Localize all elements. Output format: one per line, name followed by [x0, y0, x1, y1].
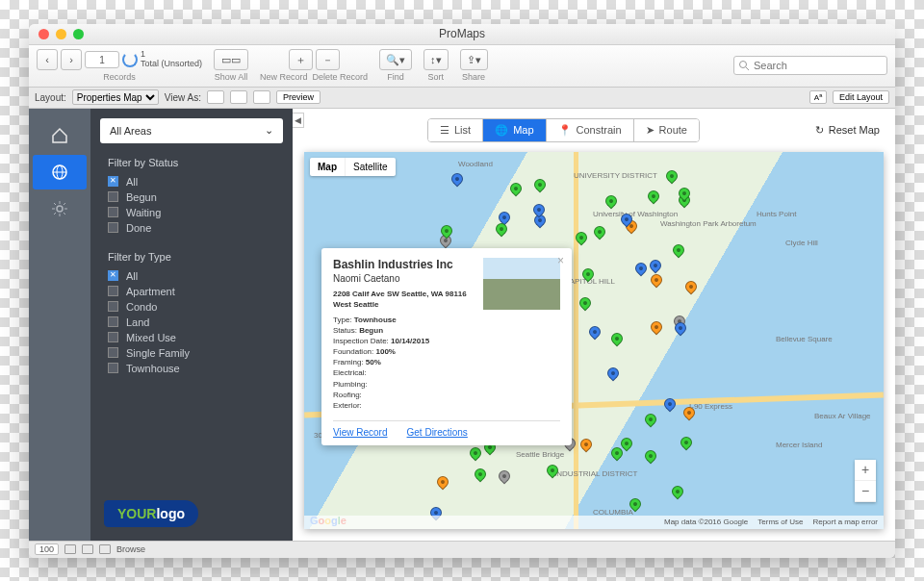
map-pin[interactable] [649, 319, 665, 336]
view-as-list-button[interactable] [230, 90, 247, 104]
map-pin[interactable] [608, 330, 625, 346]
view-as-form-button[interactable] [207, 90, 224, 104]
layout-select[interactable]: Properties Map [72, 89, 159, 105]
area-select[interactable]: All Areas ⌄ [100, 118, 283, 143]
filter-type-townhouse[interactable]: Townhouse [108, 361, 275, 376]
map-pin[interactable] [633, 260, 650, 276]
share-label: Share [462, 72, 485, 82]
map-pin[interactable] [507, 181, 524, 197]
checkbox-icon [108, 316, 118, 327]
share-button[interactable]: ⇪▾ [460, 49, 488, 70]
filter-type-land[interactable]: Land [108, 315, 275, 330]
map-pin[interactable] [586, 324, 603, 341]
sidebar-settings[interactable] [29, 191, 90, 226]
view-list-button[interactable]: ☰List [428, 119, 483, 141]
text-formatting-button[interactable]: Aª [809, 90, 827, 104]
map-pin[interactable] [643, 447, 659, 464]
collapse-sidebar-button[interactable]: ◀ [293, 113, 304, 128]
reset-map-button[interactable]: ↻Reset Map [815, 124, 880, 137]
filter-type-single-family[interactable]: Single Family [108, 345, 275, 361]
filter-status-done[interactable]: Done [108, 220, 275, 236]
map-pin[interactable] [530, 201, 547, 217]
map-pin[interactable] [578, 295, 594, 312]
view-route-button[interactable]: ➤Route [634, 119, 699, 141]
filter-type-mixed-use[interactable]: Mixed Use [108, 330, 275, 345]
map-pin[interactable] [643, 412, 659, 428]
map-label: Mercer Island [776, 441, 822, 449]
next-record-button[interactable]: › [61, 49, 82, 70]
status-icon-3[interactable] [99, 544, 111, 554]
map-pin[interactable] [664, 167, 680, 184]
filter-type-apartment[interactable]: Apartment [108, 284, 275, 299]
sidebar-map[interactable] [33, 155, 87, 189]
prev-record-button[interactable]: ‹ [37, 49, 58, 70]
map-pin[interactable] [467, 445, 483, 462]
sidebar-home[interactable] [29, 118, 90, 153]
map-pin[interactable] [449, 171, 465, 188]
filter-label: Done [126, 222, 151, 234]
map-pin[interactable] [683, 279, 700, 295]
svg-point-0 [740, 62, 747, 68]
map-pin[interactable] [649, 271, 665, 288]
preview-button[interactable]: Preview [276, 90, 321, 104]
map-pin[interactable] [435, 474, 451, 491]
filter-status-waiting[interactable]: Waiting [108, 205, 275, 220]
view-map-button[interactable]: 🌐Map [483, 119, 546, 141]
map-pin[interactable] [645, 189, 661, 205]
view-record-link[interactable]: View Record [333, 427, 388, 438]
search-icon [738, 60, 750, 71]
map-pin[interactable] [648, 257, 664, 273]
map-pin[interactable] [671, 242, 687, 259]
map-attrib-terms[interactable]: Terms of Use [757, 518, 803, 526]
view-as-table-button[interactable] [253, 90, 270, 104]
view-list-label: List [454, 124, 471, 136]
record-counter[interactable]: 1 [85, 51, 119, 68]
show-all-button[interactable]: ▭▭ [214, 49, 248, 70]
status-icon-1[interactable] [64, 544, 76, 554]
sort-label: Sort [428, 72, 445, 82]
icon-sidebar [29, 109, 90, 541]
find-label: Find [387, 72, 404, 82]
zoom-in-button[interactable]: + [855, 460, 876, 481]
chevron-down-icon: ⌄ [265, 124, 273, 137]
filter-status-all[interactable]: All [108, 174, 275, 189]
map-pin[interactable] [669, 483, 685, 499]
info-status-value: Begun [359, 326, 383, 335]
sort-button[interactable]: ↕▾ [424, 49, 449, 70]
search-input[interactable] [733, 56, 887, 75]
checkbox-icon [108, 207, 118, 217]
map-type-map[interactable]: Map [310, 158, 346, 176]
get-directions-link[interactable]: Get Directions [407, 427, 468, 438]
map-attrib-report[interactable]: Report a map error [812, 518, 878, 526]
checkbox-icon [108, 363, 118, 373]
map-pin[interactable] [679, 435, 695, 451]
zoom-out-button[interactable]: − [855, 481, 876, 502]
status-icon-2[interactable] [82, 544, 93, 554]
filter-type-condo[interactable]: Condo [108, 299, 275, 315]
map-type-satellite[interactable]: Satellite [346, 158, 396, 176]
info-ext-label: Exterior: [333, 400, 560, 411]
map-pin[interactable] [591, 223, 607, 240]
map-label: Bellevue Square [776, 335, 833, 343]
map-pin[interactable] [603, 192, 620, 209]
zoom-value[interactable]: 100 [35, 543, 59, 555]
edit-layout-button[interactable]: Edit Layout [833, 90, 889, 104]
view-constrain-button[interactable]: 📍Constrain [547, 119, 634, 141]
checkbox-icon [108, 222, 118, 233]
map-pin[interactable] [497, 468, 513, 485]
delete-record-button[interactable]: － [316, 49, 340, 70]
filter-type-all[interactable]: All [108, 268, 275, 284]
info-type-label: Type: [333, 316, 352, 324]
map-pin[interactable] [472, 466, 488, 482]
map-pin[interactable] [578, 436, 594, 452]
map-pin[interactable] [494, 221, 510, 238]
view-route-label: Route [659, 124, 687, 136]
info-status-label: Status: [333, 326, 357, 335]
info-close-button[interactable]: × [557, 254, 564, 267]
map-pin[interactable] [605, 366, 622, 382]
filter-status-begun[interactable]: Begun [108, 189, 275, 205]
map-pin[interactable] [531, 176, 548, 192]
window-title: ProMaps [29, 27, 895, 40]
find-button[interactable]: 🔍▾ [379, 49, 412, 70]
new-record-button[interactable]: ＋ [289, 49, 313, 70]
